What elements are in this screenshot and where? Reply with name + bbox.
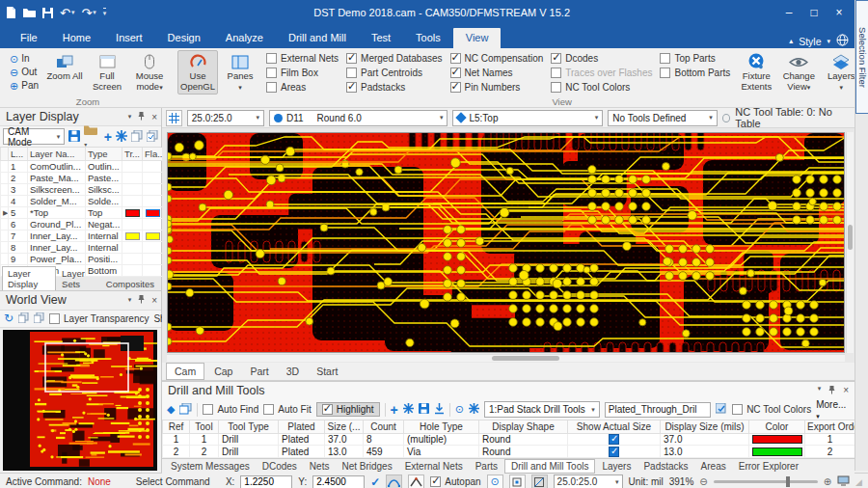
- undo-button[interactable]: ↶▾: [60, 6, 74, 20]
- tab-error-explorer[interactable]: Error Explorer: [733, 460, 804, 473]
- tab-areas[interactable]: Areas: [695, 460, 732, 473]
- menu-insert[interactable]: Insert: [103, 28, 155, 48]
- add-tool-icon[interactable]: +: [391, 402, 398, 418]
- maximize-button[interactable]: □: [802, 3, 826, 22]
- save-icon[interactable]: [42, 8, 53, 18]
- active-layer-select[interactable]: L5:Top▾: [452, 110, 603, 126]
- show-actual-size-checkbox[interactable]: [609, 447, 619, 457]
- tab-3d[interactable]: 3D: [279, 364, 307, 379]
- world-view-close-icon[interactable]: ×: [151, 295, 157, 306]
- layer-row-9[interactable]: 9Power_Pla...Positi...: [1, 254, 163, 265]
- world-view-thumbnail[interactable]: [0, 328, 161, 473]
- tab-dcodes[interactable]: DCodes: [257, 460, 303, 473]
- tab-part[interactable]: Part: [242, 364, 276, 379]
- tab-nets[interactable]: Nets: [304, 460, 336, 473]
- layer-star-icon[interactable]: [116, 130, 127, 144]
- customize-toolbar-icon[interactable]: ▾: [103, 8, 107, 17]
- checkbox-padstacks[interactable]: Padstacks: [346, 82, 443, 93]
- mouse-mode-button[interactable]: Mouse mode▾: [129, 50, 170, 95]
- add-layer-icon[interactable]: +: [104, 132, 112, 142]
- load-layers-icon[interactable]: ▾: [84, 124, 100, 149]
- x-coordinate-input[interactable]: [240, 475, 292, 488]
- auto-find-checkbox[interactable]: Auto Find: [203, 404, 258, 415]
- apply-coords-icon[interactable]: ✓: [370, 475, 380, 488]
- tab-net-bridges[interactable]: Net Bridges: [336, 460, 397, 473]
- use-opengl-button[interactable]: Use OpenGL: [177, 50, 218, 95]
- layer-row-1[interactable]: 1ComOutlin...Outlin...: [1, 161, 163, 173]
- world-view-menu-icon[interactable]: ▾: [128, 296, 132, 304]
- checkbox-part-centroids[interactable]: Part Centroids: [346, 68, 443, 78]
- menu-tools[interactable]: Tools: [403, 28, 453, 48]
- tab-system-messages[interactable]: System Messages: [165, 460, 256, 473]
- menu-test[interactable]: Test: [359, 28, 403, 48]
- globe-icon[interactable]: [836, 34, 849, 48]
- canvas-vertical-scrollbar[interactable]: [846, 132, 854, 353]
- save-layers-icon[interactable]: [68, 130, 80, 144]
- full-screen-button[interactable]: Full Screen: [87, 50, 127, 95]
- checkbox-net-names[interactable]: Net Names: [450, 68, 544, 78]
- tool-table-name-input[interactable]: Plated_Through_Dril: [605, 402, 711, 418]
- paste-layers-icon[interactable]: [147, 130, 158, 144]
- y-coordinate-input[interactable]: [312, 475, 365, 488]
- layer-row-5[interactable]: ▶5*TopTop: [1, 207, 163, 219]
- curve-snap-icon[interactable]: [386, 474, 402, 488]
- menu-home[interactable]: Home: [50, 28, 103, 48]
- checkbox-dcodes[interactable]: Dcodes: [551, 53, 652, 64]
- grid-select[interactable]: 25.0:25.0▾: [187, 110, 264, 126]
- refresh-icon[interactable]: ↻: [4, 312, 14, 325]
- tool-star-icon[interactable]: [403, 403, 414, 416]
- tool-set-select[interactable]: 1:Pad Stack Drill Tools▾: [484, 401, 600, 418]
- canvas-horizontal-scrollbar[interactable]: [167, 354, 845, 362]
- export-tools-icon[interactable]: [434, 403, 445, 417]
- tab-layer-display[interactable]: Layer Display: [2, 266, 56, 290]
- drill-menu-icon[interactable]: ▾: [818, 385, 822, 396]
- tab-start[interactable]: Start: [309, 364, 345, 379]
- status-grid-select[interactable]: 25.0:25.0▾: [554, 474, 623, 488]
- origin-icon[interactable]: ⊙: [487, 474, 503, 488]
- tab-padstacks[interactable]: Padstacks: [637, 460, 693, 473]
- rename-icon[interactable]: [716, 403, 727, 417]
- auto-fit-checkbox[interactable]: Auto Fit: [263, 404, 311, 415]
- layer-row-7[interactable]: 7Inner_Lay...Internal: [1, 230, 163, 242]
- menu-view[interactable]: View: [453, 28, 502, 48]
- copy-layers-icon[interactable]: [131, 130, 143, 144]
- layer-row-3[interactable]: 3Silkscreen...Silksc...: [1, 184, 163, 196]
- screen-fit-icon[interactable]: [837, 475, 850, 488]
- checkbox-top-parts[interactable]: Top Parts: [660, 53, 730, 64]
- drill-layers-icon[interactable]: [179, 403, 192, 417]
- save-tools-icon[interactable]: [419, 403, 429, 416]
- dcode-select[interactable]: D11Round 6.0▾: [269, 110, 448, 126]
- tab-external-nets[interactable]: External Nets: [399, 460, 469, 473]
- checkbox-nc-tool-colors[interactable]: NC Tool Colors: [551, 82, 652, 93]
- tab-cap[interactable]: Cap: [206, 364, 240, 379]
- menu-drill-and-mill[interactable]: Drill and Mill: [276, 28, 359, 48]
- wv-copy-icon[interactable]: [18, 312, 29, 325]
- more-menu[interactable]: More... ▾: [816, 399, 850, 420]
- tool-star2-icon[interactable]: [469, 403, 479, 416]
- tab-drill-and-mill-tools[interactable]: Drill and Mill Tools: [504, 459, 595, 474]
- autopan-checkbox[interactable]: Autopan: [430, 476, 480, 487]
- layer-transparency-checkbox[interactable]: Layer Transparency: [49, 313, 149, 324]
- checkbox-pin-numbers[interactable]: Pin Numbers: [450, 82, 544, 93]
- tab-composites[interactable]: Composites: [101, 278, 159, 290]
- layer-display-close-icon[interactable]: ×: [151, 112, 157, 122]
- wv-paste-icon[interactable]: [34, 312, 44, 325]
- resize-grip[interactable]: ◢: [855, 477, 862, 487]
- layer-row-4[interactable]: 4Solder_M...Solde...: [1, 196, 163, 207]
- checkbox-film-box[interactable]: Film Box: [266, 68, 339, 78]
- zoom-out-button[interactable]: ⊖Out: [8, 66, 41, 78]
- checkbox-external-nets[interactable]: External Nets: [266, 53, 339, 64]
- tab-cam[interactable]: Cam: [166, 363, 204, 380]
- highlight-toggle[interactable]: Highlight: [316, 402, 380, 417]
- zoom-in-button[interactable]: ⊙In: [8, 52, 41, 65]
- zoom-in-slider-icon[interactable]: ⊕: [824, 476, 831, 487]
- extents-icon[interactable]: [509, 474, 526, 488]
- drill-diamond-icon[interactable]: ◆: [167, 403, 175, 416]
- layer-row-8[interactable]: 8Inner_Lay...Internal: [1, 242, 163, 254]
- drill-pin-icon[interactable]: [827, 385, 836, 396]
- checkbox-areas[interactable]: Areas: [266, 82, 339, 93]
- tab-parts[interactable]: Parts: [470, 460, 503, 473]
- checkbox-nc-compensation[interactable]: NC Compensation: [450, 53, 544, 64]
- drill-row-2[interactable]: 2 2 Drill Plated 13.0 459 Via Round 13.0…: [163, 446, 855, 458]
- layer-row-6[interactable]: 6Ground_Pl...Negat...: [1, 219, 163, 230]
